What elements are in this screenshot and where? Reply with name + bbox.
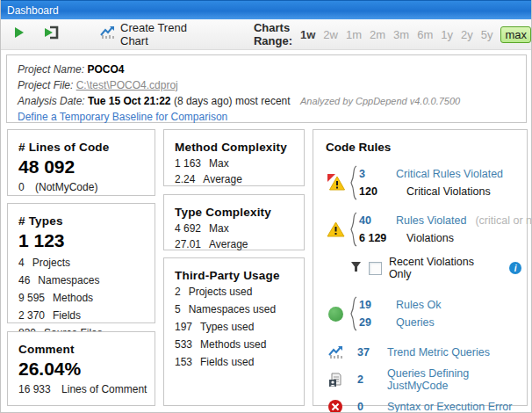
critical-warning-icon [326, 174, 345, 192]
critical-rules-group: 3 Critical Rules Violated 120 Critical V… [326, 165, 521, 200]
lines-of-code-value: 48 092 [18, 156, 149, 178]
stat-row: 5Namespaces used [175, 303, 298, 315]
notmycode-label: (NotMyCode) [35, 181, 97, 193]
types-value: 1 123 [18, 230, 149, 251]
analysis-date-value: Tue 15 Oct 21:22 [88, 95, 171, 107]
stat-row: 9 595Methods [18, 292, 149, 304]
range-3m[interactable]: 3m [393, 28, 409, 41]
project-name-value: POCO4 [87, 63, 124, 76]
queries-justmycode-link[interactable]: Queries Defining JustMyCode [387, 367, 521, 392]
stat-row: 533Methods used [175, 338, 298, 351]
rules-violated-link[interactable]: Rules Violated [396, 214, 466, 227]
play-icon [13, 26, 25, 42]
range-6m[interactable]: 6m [417, 28, 433, 41]
trend-chart-icon [100, 25, 115, 43]
lines-of-code-panel: # Lines of Code 48 092 0 (NotMyCode) [7, 129, 155, 196]
recent-violations-checkbox[interactable] [369, 262, 382, 275]
types-panel: # Types 1 123 4Projects 46Namespaces 9 5… [7, 203, 155, 323]
trend-metric-queries-link[interactable]: Trend Metric Queries [387, 346, 490, 359]
rules-ok-icon [326, 307, 345, 322]
third-party-usage-title: Third-Party Usage [175, 269, 298, 282]
lines-of-code-title: # Lines of Code [18, 141, 149, 154]
dashboard-window: Dashboard [0, 0, 532, 413]
critical-or-not-note: (critical or not) [475, 214, 532, 227]
define-baseline-link[interactable]: Define a Temporary Baseline for Comparis… [18, 111, 227, 123]
range-1m[interactable]: 1m [346, 28, 362, 41]
trend-metric-queries-count: 37 [357, 346, 387, 359]
queries-count: 29 [359, 316, 396, 329]
syntax-error-row: 0 Syntax or Execution Error [326, 400, 521, 413]
comment-panel: Comment 26.04% 16 933 Lines of Comment [7, 331, 155, 406]
syntax-error-count: 0 [357, 401, 387, 413]
violations-label: Violations [396, 232, 454, 244]
queries-justmycode-count: 2 [357, 373, 387, 386]
analysis-date-label: Analysis Date: [18, 95, 85, 107]
charts-range-label: Charts Range: [254, 21, 292, 47]
project-name-line: Project Name: POCO4 [18, 62, 526, 76]
type-complexity-panel: Type Complexity 4 692Max 27.01Average [163, 194, 305, 250]
brace-decoration [349, 296, 357, 331]
toolbar: Create Trend Chart Charts Range: 1w 2w 1… [1, 19, 531, 50]
brace-decoration [349, 165, 357, 200]
project-file-link[interactable]: C:\test\POCO4.cdproj [76, 79, 178, 91]
range-5y[interactable]: 5y [481, 28, 493, 41]
type-complexity-title: Type Complexity [175, 206, 298, 219]
charts-range-bar: Charts Range: 1w 2w 1m 2m 3m 6m 1y 2y 5y… [254, 21, 531, 47]
project-name-label: Project Name: [18, 63, 84, 76]
trend-icon [326, 345, 345, 359]
range-1y[interactable]: 1y [441, 28, 453, 41]
code-rules-panel: Code Rules 3 Critical Rules Violated 120 [313, 129, 528, 406]
run-analysis-button[interactable] [8, 23, 31, 46]
rules-violated-count: 40 [359, 214, 396, 227]
create-trend-chart-label: Create Trend Chart [120, 21, 201, 47]
play-export-icon [43, 25, 60, 43]
stat-row: 1 163Max [175, 157, 298, 170]
critical-rules-link[interactable]: Critical Rules Violated [396, 168, 503, 180]
window-titlebar: Dashboard [1, 0, 531, 19]
info-icon[interactable]: i [509, 262, 521, 274]
types-title: # Types [18, 214, 149, 228]
recent-violations-label: Recent Violations Only [389, 256, 499, 280]
range-max[interactable]: max [500, 26, 531, 43]
range-2m[interactable]: 2m [370, 28, 385, 41]
method-complexity-title: Method Complexity [175, 141, 298, 154]
stat-row: 4 692Max [175, 222, 298, 235]
create-trend-chart-button[interactable]: Create Trend Chart [95, 18, 206, 51]
project-info-panel: Project Name: POCO4 Project File: C:\tes… [6, 54, 527, 123]
stat-row: 2Projects used [175, 286, 298, 298]
rules-violated-group: 40 Rules Violated (critical or not) 6 12… [326, 212, 521, 247]
violations-count: 6 129 [359, 232, 396, 244]
stat-row: 2 370Fields [18, 309, 149, 322]
project-file-line: Project File: C:\test\POCO4.cdproj [18, 78, 526, 92]
brace-decoration [349, 212, 357, 247]
analysis-date-line: Analysis Date: Tue 15 Oct 21:22 (8 days … [18, 94, 526, 108]
queries-link[interactable]: Queries [396, 316, 435, 329]
rules-ok-count: 19 [359, 299, 396, 311]
stat-row: 153Fields used [175, 356, 298, 368]
third-party-usage-panel: Third-Party Usage 2Projects used 5Namesp… [163, 257, 305, 406]
error-icon [326, 400, 345, 413]
rules-ok-link[interactable]: Rules Ok [396, 299, 441, 311]
notmycode-row: 0 (NotMyCode) [18, 181, 149, 193]
justmycode-icon [326, 373, 345, 388]
code-rules-title: Code Rules [326, 141, 521, 154]
comment-title: Comment [18, 343, 149, 356]
recent-violations-filter-row: Recent Violations Only i [350, 256, 521, 280]
rules-ok-group: 19 Rules Ok 29 Queries [326, 296, 521, 331]
stat-row: 27.01Average [175, 238, 298, 250]
method-complexity-panel: Method Complexity 1 163Max 2.24Average [163, 129, 305, 186]
syntax-error-link[interactable]: Syntax or Execution Error [387, 401, 512, 413]
critical-rules-count: 3 [359, 168, 396, 180]
range-2w[interactable]: 2w [323, 28, 338, 41]
range-1w[interactable]: 1w [300, 28, 315, 41]
trend-metric-queries-row: 37 Trend Metric Queries [326, 345, 521, 359]
stat-row: 2.24Average [175, 173, 298, 185]
run-analysis-export-button[interactable] [38, 22, 65, 47]
project-file-label: Project File: [18, 79, 73, 91]
comment-lines-row: 16 933 Lines of Comment [18, 383, 149, 395]
critical-violations-label: Critical Violations [396, 185, 491, 198]
comment-value: 26.04% [18, 359, 149, 380]
range-2y[interactable]: 2y [461, 28, 473, 41]
analysis-recency: (8 days ago) most recent [174, 95, 291, 107]
window-title: Dashboard [7, 4, 59, 17]
